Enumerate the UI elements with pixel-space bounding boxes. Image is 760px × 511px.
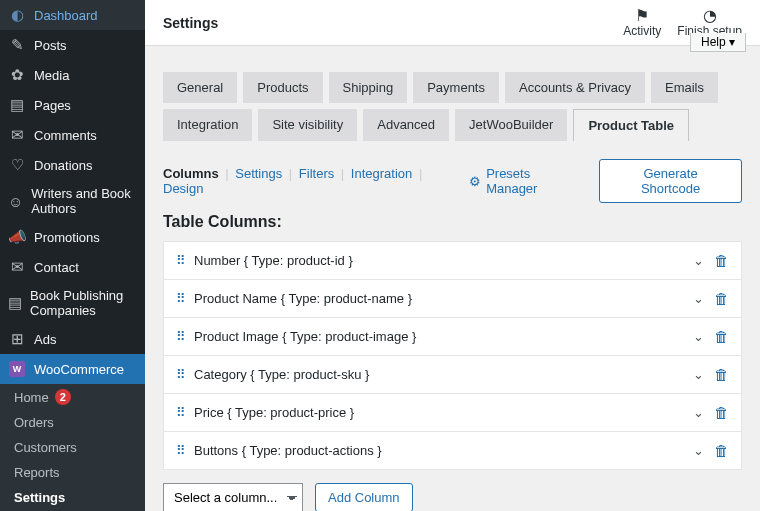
sidebar-item-label: Book Publishing Companies [30, 288, 137, 318]
sidebar-item-posts[interactable]: ✎Posts [0, 30, 145, 60]
sidebar-item-label: Dashboard [34, 8, 98, 23]
section-subnav: Columns | Settings | Filters | Integrati… [163, 166, 469, 196]
trash-icon[interactable]: 🗑 [714, 404, 729, 421]
tab-jetwoobuilder[interactable]: JetWooBuilder [455, 109, 567, 141]
sidebar-item-book-publishing-companies[interactable]: ▤Book Publishing Companies [0, 282, 145, 324]
column-label: Number { Type: product-id } [194, 253, 683, 268]
submenu-label: Settings [14, 490, 65, 505]
submenu-label: Customers [14, 440, 77, 455]
chevron-down-icon[interactable]: ⌄ [693, 329, 704, 344]
sidebar-item-comments[interactable]: ✉Comments [0, 120, 145, 150]
sidebar-item-media[interactable]: ✿Media [0, 60, 145, 90]
tab-shipping[interactable]: Shipping [329, 72, 408, 103]
count-badge: 2 [55, 389, 71, 405]
tab-site-visibility[interactable]: Site visibility [258, 109, 357, 141]
generate-shortcode-button[interactable]: Generate Shortcode [599, 159, 742, 203]
sidebar-item-label: Comments [34, 128, 97, 143]
sidebar-item-label: Pages [34, 98, 71, 113]
column-label: Category { Type: product-sku } [194, 367, 683, 382]
drag-handle-icon[interactable]: ⠿ [176, 329, 184, 344]
menu-icon: ▤ [8, 294, 22, 312]
settings-tabs: GeneralProductsShippingPaymentsAccounts … [163, 72, 742, 141]
sidebar-item-ads[interactable]: ⊞Ads [0, 324, 145, 354]
drag-handle-icon[interactable]: ⠿ [176, 291, 184, 306]
submenu-item-reports[interactable]: Reports [0, 460, 145, 485]
drag-handle-icon[interactable]: ⠿ [176, 443, 184, 458]
sidebar-item-label: Ads [34, 332, 56, 347]
chevron-down-icon[interactable]: ⌄ [693, 443, 704, 458]
sidebar-item-donations[interactable]: ♡Donations [0, 150, 145, 180]
sidebar-item-contact[interactable]: ✉Contact [0, 252, 145, 282]
column-row: ⠿Product Name { Type: product-name }⌄🗑 [163, 279, 742, 318]
sidebar-item-label: Donations [34, 158, 93, 173]
menu-icon: ✉ [8, 258, 26, 276]
column-row: ⠿Number { Type: product-id }⌄🗑 [163, 241, 742, 280]
tab-product-table[interactable]: Product Table [573, 109, 689, 141]
tab-payments[interactable]: Payments [413, 72, 499, 103]
tab-accounts-privacy[interactable]: Accounts & Privacy [505, 72, 645, 103]
menu-icon: ☺ [8, 192, 23, 210]
sidebar-item-label: Promotions [34, 230, 100, 245]
menu-icon: ✿ [8, 66, 26, 84]
subnav-integration[interactable]: Integration [351, 166, 412, 181]
submenu-item-customers[interactable]: Customers [0, 435, 145, 460]
sidebar-item-promotions[interactable]: 📣Promotions [0, 222, 145, 252]
presets-manager-link[interactable]: ⚙Presets Manager [469, 166, 585, 196]
menu-icon: ◐ [8, 6, 26, 24]
tab-products[interactable]: Products [243, 72, 322, 103]
add-column-button[interactable]: Add Column [315, 483, 413, 511]
sidebar-item-label: WooCommerce [34, 362, 124, 377]
chevron-down-icon[interactable]: ⌄ [693, 367, 704, 382]
drag-handle-icon[interactable]: ⠿ [176, 405, 184, 420]
page-title: Settings [163, 15, 218, 31]
trash-icon[interactable]: 🗑 [714, 290, 729, 307]
menu-icon: ✎ [8, 36, 26, 54]
submenu-item-home[interactable]: Home2 [0, 384, 145, 410]
chevron-down-icon[interactable]: ⌄ [693, 253, 704, 268]
content: GeneralProductsShippingPaymentsAccounts … [145, 46, 760, 511]
chevron-down-icon[interactable]: ⌄ [693, 291, 704, 306]
sidebar-item-woocommerce[interactable]: W WooCommerce [0, 354, 145, 384]
drag-handle-icon[interactable]: ⠿ [176, 367, 184, 382]
tab-emails[interactable]: Emails [651, 72, 718, 103]
column-label: Product Image { Type: product-image } [194, 329, 683, 344]
trash-icon[interactable]: 🗑 [714, 252, 729, 269]
menu-icon: ⊞ [8, 330, 26, 348]
subnav-filters[interactable]: Filters [299, 166, 334, 181]
help-toggle[interactable]: Help ▾ [690, 33, 746, 52]
sidebar-item-dashboard[interactable]: ◐Dashboard [0, 0, 145, 30]
trash-icon[interactable]: 🗑 [714, 442, 729, 459]
subnav-settings[interactable]: Settings [235, 166, 282, 181]
flag-icon: ⚑ [623, 8, 661, 24]
trash-icon[interactable]: 🗑 [714, 328, 729, 345]
menu-icon: ♡ [8, 156, 26, 174]
subnav-design[interactable]: Design [163, 181, 203, 196]
column-label: Buttons { Type: product-actions } [194, 443, 683, 458]
admin-sidebar: ◐Dashboard✎Posts✿Media▤Pages✉Comments♡Do… [0, 0, 145, 511]
woocommerce-icon: W [8, 360, 26, 378]
column-row: ⠿Buttons { Type: product-actions }⌄🗑 [163, 431, 742, 470]
trash-icon[interactable]: 🗑 [714, 366, 729, 383]
submenu-item-orders[interactable]: Orders [0, 410, 145, 435]
submenu-label: Home [14, 390, 49, 405]
submenu-item-settings[interactable]: Settings [0, 485, 145, 510]
presets-label: Presets Manager [486, 166, 585, 196]
sidebar-item-writers-and-book-authors[interactable]: ☺Writers and Book Authors [0, 180, 145, 222]
column-row: ⠿Product Image { Type: product-image }⌄🗑 [163, 317, 742, 356]
column-label: Product Name { Type: product-name } [194, 291, 683, 306]
sidebar-item-label: Posts [34, 38, 67, 53]
tab-integration[interactable]: Integration [163, 109, 252, 141]
menu-icon: ▤ [8, 96, 26, 114]
main-panel: Settings ⚑Activity ◔Finish setup Help ▾ … [145, 0, 760, 511]
tab-advanced[interactable]: Advanced [363, 109, 449, 141]
column-label: Price { Type: product-price } [194, 405, 683, 420]
submenu-label: Orders [14, 415, 54, 430]
sidebar-item-label: Contact [34, 260, 79, 275]
column-select[interactable]: Select a column... [163, 483, 303, 511]
subnav-columns[interactable]: Columns [163, 166, 219, 181]
tab-general[interactable]: General [163, 72, 237, 103]
sidebar-item-pages[interactable]: ▤Pages [0, 90, 145, 120]
chevron-down-icon[interactable]: ⌄ [693, 405, 704, 420]
drag-handle-icon[interactable]: ⠿ [176, 253, 184, 268]
activity-button[interactable]: ⚑Activity [623, 8, 661, 38]
